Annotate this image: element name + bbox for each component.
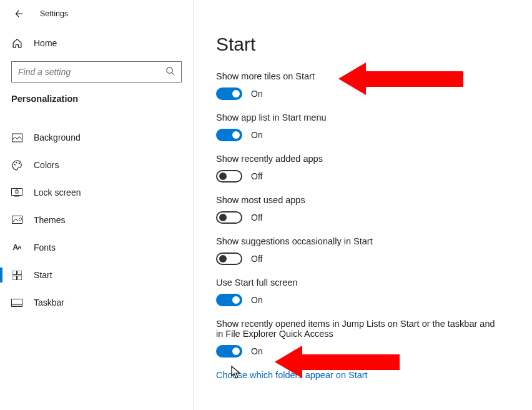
toggle-state: On	[251, 89, 263, 99]
window-title: Settings	[40, 9, 68, 18]
svg-point-3	[16, 162, 17, 163]
svg-point-2	[14, 164, 15, 165]
sidebar-item-start[interactable]: Start	[0, 261, 193, 289]
fonts-icon: AA	[11, 242, 22, 253]
toggle-most-used[interactable]	[216, 211, 242, 224]
header-row: Settings	[0, 8, 193, 29]
setting-label: Show app list in Start menu	[216, 112, 513, 122]
start-icon	[11, 269, 22, 281]
sidebar-item-label: Themes	[34, 215, 66, 225]
setting-most-used: Show most used apps Off	[216, 195, 513, 224]
svg-rect-9	[12, 271, 17, 275]
sidebar-item-label: Lock screen	[34, 188, 81, 198]
setting-full-screen: Use Start full screen On	[216, 278, 513, 306]
setting-label: Use Start full screen	[216, 278, 513, 288]
arrow-left-icon	[15, 9, 25, 19]
picture-icon	[11, 132, 22, 143]
nav-list: Background Colors Lock screen Themes AA …	[0, 112, 193, 316]
sidebar-item-label: Colors	[34, 160, 59, 170]
toggle-suggestions[interactable]	[216, 252, 242, 265]
palette-icon	[11, 159, 22, 171]
setting-suggestions: Show suggestions occasionally in Start O…	[216, 236, 513, 265]
toggle-state: Off	[251, 171, 262, 181]
lock-screen-icon	[11, 187, 22, 198]
svg-rect-7	[16, 191, 18, 193]
choose-folders-link[interactable]: Choose which folders appear on Start	[216, 370, 513, 380]
toggle-state: Off	[251, 254, 262, 264]
toggle-more-tiles[interactable]	[216, 88, 242, 100]
content-area: Start Show more tiles on Start On Show a…	[194, 0, 532, 410]
toggle-state: Off	[251, 212, 262, 222]
sidebar-item-label: Fonts	[34, 242, 56, 252]
page-title: Start	[216, 34, 513, 55]
svg-rect-14	[12, 304, 22, 307]
sidebar-item-label: Taskbar	[34, 298, 64, 308]
home-icon	[11, 38, 22, 49]
svg-rect-8	[12, 216, 22, 223]
search-box[interactable]	[11, 61, 182, 82]
toggle-state: On	[251, 130, 263, 140]
sidebar-item-taskbar[interactable]: Taskbar	[0, 289, 193, 316]
svg-rect-10	[17, 271, 22, 275]
setting-more-tiles: Show more tiles on Start On	[216, 71, 513, 100]
setting-label: Show suggestions occasionally in Start	[216, 236, 513, 246]
toggle-full-screen[interactable]	[216, 294, 242, 306]
sidebar: Settings Home Personalization Background…	[0, 0, 194, 410]
search-icon	[165, 66, 175, 78]
toggle-state: On	[251, 346, 263, 356]
setting-label: Show recently opened items in Jump Lists…	[216, 319, 503, 339]
setting-jump-lists: Show recently opened items in Jump Lists…	[216, 319, 513, 358]
themes-icon	[11, 214, 22, 226]
back-button[interactable]	[14, 8, 26, 20]
home-label: Home	[34, 38, 57, 48]
sidebar-item-fonts[interactable]: AA Fonts	[0, 234, 193, 261]
setting-label: Show most used apps	[216, 195, 513, 205]
sidebar-item-label: Start	[34, 270, 52, 280]
search-input[interactable]	[18, 67, 165, 77]
toggle-state: On	[251, 295, 263, 305]
svg-rect-6	[14, 196, 19, 197]
sidebar-item-themes[interactable]: Themes	[0, 206, 193, 234]
taskbar-icon	[11, 297, 22, 308]
svg-rect-11	[12, 276, 17, 280]
toggle-jump-lists[interactable]	[216, 345, 242, 358]
sidebar-item-label: Background	[34, 132, 81, 142]
sidebar-item-lock-screen[interactable]: Lock screen	[0, 179, 193, 206]
svg-rect-5	[12, 189, 22, 196]
setting-label: Show more tiles on Start	[216, 71, 513, 81]
setting-label: Show recently added apps	[216, 154, 513, 164]
sidebar-item-colors[interactable]: Colors	[0, 151, 193, 179]
toggle-app-list[interactable]	[216, 129, 242, 141]
toggle-recently-added[interactable]	[216, 170, 242, 182]
setting-recently-added: Show recently added apps Off	[216, 154, 513, 182]
home-nav[interactable]: Home	[0, 29, 193, 58]
sidebar-item-background[interactable]: Background	[0, 124, 193, 151]
setting-app-list: Show app list in Start menu On	[216, 112, 513, 141]
svg-point-4	[18, 162, 19, 164]
svg-point-0	[167, 67, 172, 72]
section-header: Personalization	[0, 94, 193, 112]
svg-rect-12	[17, 276, 22, 280]
